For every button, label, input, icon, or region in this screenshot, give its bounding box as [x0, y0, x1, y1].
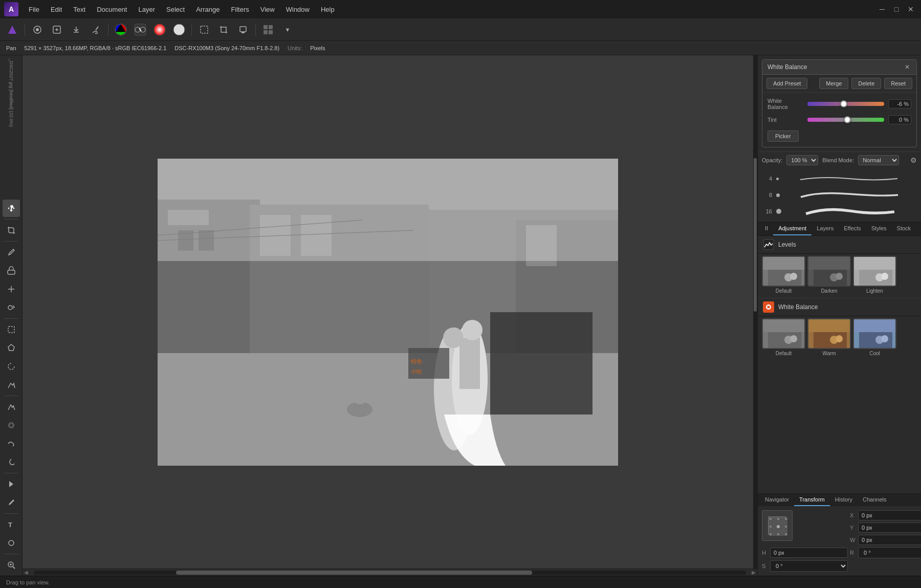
grid-button[interactable]: [260, 21, 276, 38]
blend-gear-icon[interactable]: ⚙: [910, 156, 917, 164]
w-input[interactable]: [858, 535, 921, 545]
polygon-tool[interactable]: [3, 339, 20, 357]
scroll-left-arrow[interactable]: ◀: [23, 570, 30, 575]
add-preset-button[interactable]: Add Preset: [766, 78, 807, 89]
tint-value-input[interactable]: 0 %: [888, 115, 911, 124]
reset-button[interactable]: Reset: [884, 78, 912, 89]
r-select[interactable]: 0 °: [858, 547, 921, 558]
menu-file[interactable]: File: [24, 4, 45, 15]
wb-sub-header[interactable]: White Balance: [758, 298, 921, 316]
tab-adjustment[interactable]: Adjustment: [773, 222, 812, 235]
preset-darken[interactable]: Darken: [807, 256, 851, 294]
tab-stock[interactable]: Stock: [892, 222, 916, 235]
wb-slider-container[interactable]: [807, 100, 884, 108]
tint-slider-container[interactable]: [807, 116, 884, 124]
preset-wb-default[interactable]: Default: [762, 318, 805, 356]
stamp-button[interactable]: [235, 21, 251, 38]
tab-history[interactable]: History: [830, 494, 858, 506]
units-value[interactable]: Pixels: [310, 45, 325, 51]
wb-value-input[interactable]: -6 %: [888, 99, 911, 108]
color-picker-button[interactable]: [151, 21, 168, 38]
tab-effects[interactable]: Effects: [839, 222, 866, 235]
hscroll-thumb[interactable]: [176, 571, 532, 575]
liquify-tool[interactable]: [3, 453, 20, 471]
close-button[interactable]: ✕: [905, 3, 917, 15]
move-tool[interactable]: [3, 200, 20, 217]
merge-button[interactable]: Merge: [819, 78, 848, 89]
tint-slider-thumb[interactable]: [844, 116, 851, 123]
dodge-burn-tool[interactable]: [3, 398, 20, 416]
tab-transform[interactable]: Transform: [794, 494, 830, 506]
develop-button[interactable]: [49, 21, 65, 38]
brush-button[interactable]: [87, 21, 104, 38]
type-tool[interactable]: T: [3, 516, 20, 533]
hscroll-track[interactable]: [34, 571, 746, 575]
wb-close-button[interactable]: ✕: [903, 63, 911, 71]
toolbar-sep-2: [108, 24, 108, 36]
y-input[interactable]: [858, 522, 921, 533]
menu-layer[interactable]: Layer: [133, 4, 160, 15]
crop-tool[interactable]: [3, 222, 20, 239]
menu-edit[interactable]: Edit: [46, 4, 67, 15]
canvas-vscroll-thumb[interactable]: [754, 158, 757, 312]
wb-right-buttons: Merge Delete Reset: [819, 78, 912, 89]
transform-inner: [768, 516, 786, 535]
minimize-button[interactable]: ─: [876, 3, 888, 15]
canvas-area[interactable]: 特色 小吃: [23, 55, 753, 569]
eraser-tool[interactable]: [3, 262, 20, 279]
wb-slider-track[interactable]: [807, 102, 884, 106]
zoom-tool[interactable]: [3, 556, 20, 574]
levels-header[interactable]: Levels: [758, 236, 921, 254]
levels-button[interactable]: [132, 21, 148, 38]
maximize-button[interactable]: □: [890, 3, 903, 15]
wb-slider-thumb[interactable]: [840, 100, 847, 107]
preset-warm[interactable]: Warm: [807, 318, 851, 356]
affinity-menu-button[interactable]: [4, 21, 20, 38]
menu-view[interactable]: View: [255, 4, 280, 15]
export-button[interactable]: [68, 21, 84, 38]
picker-button[interactable]: Picker: [768, 130, 799, 142]
x-input[interactable]: [858, 510, 921, 520]
menu-window[interactable]: Window: [281, 4, 315, 15]
lasso-tool[interactable]: [3, 358, 20, 375]
menu-select[interactable]: Select: [161, 4, 190, 15]
color-wheel-button[interactable]: [113, 21, 129, 38]
delete-button[interactable]: Delete: [851, 78, 881, 89]
view-button[interactable]: [29, 21, 46, 38]
svg-point-25: [9, 540, 14, 546]
tab-styles[interactable]: Styles: [866, 222, 892, 235]
selection-marquee-button[interactable]: [196, 21, 212, 38]
opacity-select[interactable]: 100 %: [786, 155, 818, 165]
tab-channels[interactable]: Channels: [858, 494, 891, 506]
preset-lighten[interactable]: Lighten: [853, 256, 896, 294]
tab-layers[interactable]: Layers: [812, 222, 839, 235]
more-options-button[interactable]: ▼: [279, 21, 296, 38]
blur-tool[interactable]: [3, 417, 20, 434]
smart-selection-tool[interactable]: [3, 376, 20, 394]
menu-filters[interactable]: Filters: [226, 4, 254, 15]
canvas-vscrollbar[interactable]: [753, 55, 757, 569]
menu-text[interactable]: Text: [68, 4, 91, 15]
healing-tool[interactable]: [3, 280, 20, 298]
h-input[interactable]: [770, 548, 848, 558]
blend-mode-select[interactable]: Normal Multiply Screen Overlay: [858, 155, 899, 165]
shape-tool[interactable]: [3, 534, 20, 552]
selection-tool[interactable]: [3, 321, 20, 338]
menu-help[interactable]: Help: [316, 4, 340, 15]
tab-navigator[interactable]: Navigator: [760, 494, 794, 506]
tint-slider-track[interactable]: [807, 118, 884, 122]
pencil-tool[interactable]: [3, 494, 20, 511]
crop-button[interactable]: [215, 21, 232, 38]
swatches-button[interactable]: [171, 21, 187, 38]
smudge-tool[interactable]: [3, 435, 20, 452]
scroll-right-arrow[interactable]: ▶: [750, 570, 757, 575]
preset-default[interactable]: Default: [762, 256, 805, 294]
preset-cool[interactable]: Cool: [853, 318, 896, 356]
menu-arrange[interactable]: Arrange: [191, 4, 225, 15]
clone-tool[interactable]: [3, 299, 20, 316]
fill-tool[interactable]: [3, 475, 20, 493]
s-select[interactable]: 0 °: [770, 560, 848, 572]
tab-ii[interactable]: II: [760, 222, 773, 235]
paint-brush-tool[interactable]: [3, 244, 20, 261]
menu-document[interactable]: Document: [92, 4, 132, 15]
